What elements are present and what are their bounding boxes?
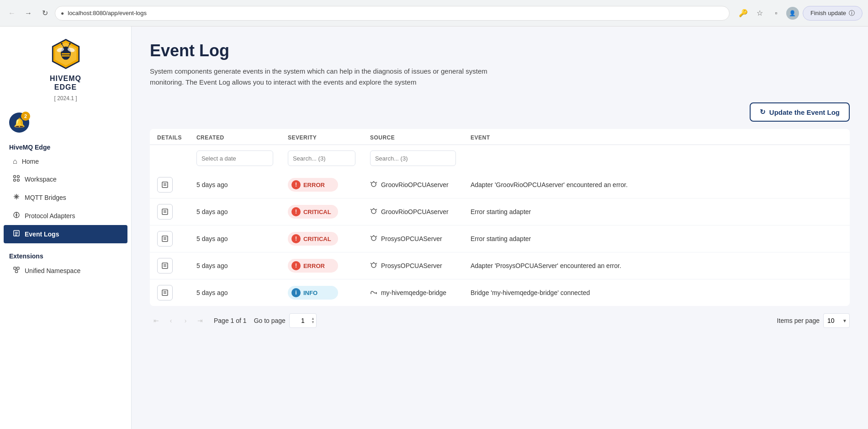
sidebar-item-label-protocol-adapters: Protocol Adapters [25, 212, 75, 220]
notification-area: 🔔 2 [0, 109, 131, 140]
page-input-arrows: ▲ ▼ [311, 317, 315, 324]
reload-button[interactable]: ↻ [38, 7, 51, 20]
details-button[interactable] [157, 258, 173, 273]
svg-rect-26 [16, 270, 18, 273]
svg-point-15 [17, 179, 20, 182]
adapter-icon [370, 181, 377, 189]
svg-point-30 [371, 182, 376, 187]
back-button[interactable]: ← [5, 7, 18, 20]
svg-rect-6 [62, 53, 70, 54]
user-avatar[interactable]: 👤 [786, 7, 799, 20]
svg-point-11 [69, 43, 71, 45]
sidebar-item-unified-namespace[interactable]: Unified Namespace [4, 262, 127, 280]
details-button[interactable] [157, 177, 173, 193]
sidebar-item-label-unified-namespace: Unified Namespace [25, 267, 80, 274]
svg-point-12 [14, 176, 16, 178]
svg-rect-7 [62, 55, 70, 57]
logo-version: [ 2024.1 ] [54, 95, 77, 102]
first-page-button[interactable]: ⇤ [150, 314, 163, 327]
page-down-arrow[interactable]: ▼ [311, 321, 315, 324]
items-per-page-wrapper: 10 25 50 100 [823, 313, 850, 328]
source-name: GroovRioOPCUAserver [381, 208, 449, 215]
update-label: Update the Event Log [769, 108, 840, 116]
bridge-icon [370, 289, 377, 297]
source-name: ProsysOPCUAServer [381, 235, 442, 242]
sidebar-item-event-logs[interactable]: Event Logs [4, 225, 127, 243]
cell-created: 5 days ago [189, 279, 281, 306]
svg-rect-24 [14, 267, 16, 269]
error-icon: ! [291, 261, 301, 270]
password-icon[interactable]: 🔑 [737, 7, 750, 20]
svg-line-46 [376, 236, 377, 237]
details-button[interactable] [157, 204, 173, 220]
svg-point-17 [16, 214, 17, 216]
source-name: my-hivemqedge-bridge [381, 289, 446, 296]
cell-event: Error starting adapter [463, 198, 850, 225]
browser-chrome: ← → ↻ ● localhost:8080/app/event-logs 🔑 … [0, 0, 868, 27]
next-page-button[interactable]: › [179, 314, 192, 327]
sidebar-item-workspace[interactable]: Workspace [4, 170, 127, 188]
finish-update-button[interactable]: Finish update ⓘ [803, 6, 863, 21]
cell-created: 5 days ago [189, 225, 281, 252]
source-name: GroovRioOPCUAserver [381, 181, 449, 188]
update-event-log-button[interactable]: ↻ Update the Event Log [750, 102, 850, 122]
event-table: DETAILS CREATED SEVERITY SOURCE EVENT [150, 129, 850, 306]
sidebar-item-label-event-logs: Event Logs [25, 231, 59, 238]
table-row: 5 days agoiINFO my-hivemqedge-bridgeBrid… [150, 279, 850, 306]
sidebar: HIVEMQEDGE [ 2024.1 ] 🔔 2 HiveMQ Edge ⌂ … [0, 27, 132, 429]
cell-severity: iINFO [281, 279, 363, 306]
sidebar-item-home[interactable]: ⌂ Home [4, 153, 127, 170]
prev-page-button[interactable]: ‹ [164, 314, 177, 327]
browser-actions: 🔑 ☆ ▫ 👤 Finish update ⓘ [737, 6, 863, 21]
svg-rect-55 [162, 290, 168, 295]
last-page-button[interactable]: ⇥ [194, 314, 206, 327]
update-icon: ↻ [760, 108, 766, 116]
table-row: 5 days ago!CRITICAL ProsysOPCUAServerErr… [150, 225, 850, 252]
svg-point-44 [371, 236, 376, 241]
notification-bell[interactable]: 🔔 2 [9, 113, 29, 133]
home-icon: ⌂ [13, 157, 17, 166]
protocol-adapters-icon [13, 211, 20, 220]
col-source: SOURCE [363, 129, 463, 145]
error-icon: ! [291, 180, 301, 189]
details-button[interactable] [157, 285, 173, 300]
forward-button[interactable]: → [22, 7, 35, 20]
extensions-icon[interactable]: ▫ [770, 7, 783, 20]
cell-created: 5 days ago [189, 172, 281, 198]
info-icon: i [291, 288, 301, 297]
col-severity: SEVERITY [281, 129, 363, 145]
sidebar-item-label-mqtt-bridges: MQTT Bridges [25, 194, 66, 201]
sidebar-item-protocol-adapters[interactable]: Protocol Adapters [4, 207, 127, 225]
sidebar-item-mqtt-bridges[interactable]: MQTT Bridges [4, 188, 127, 207]
cell-event: Error starting adapter [463, 225, 850, 252]
cell-source: my-hivemqedge-bridge [363, 279, 463, 306]
source-filter[interactable] [370, 150, 456, 166]
svg-point-51 [371, 263, 376, 268]
svg-point-37 [371, 209, 376, 214]
main-content: Event Log System components generate eve… [132, 27, 868, 429]
adapter-icon [370, 235, 377, 243]
table-row: 5 days ago!CRITICAL GroovRioOPCUAserverE… [150, 198, 850, 225]
cell-source: GroovRioOPCUAserver [363, 172, 463, 198]
details-button[interactable] [157, 231, 173, 247]
bookmark-icon[interactable]: ☆ [753, 7, 766, 20]
page-title: Event Log [150, 41, 850, 60]
notification-badge: 2 [21, 112, 30, 121]
pagination-row: ⇤ ‹ › ⇥ Page 1 of 1 Go to page ▲ ▼ [150, 306, 850, 335]
sidebar-section-extensions: Extensions [0, 249, 131, 262]
address-bar[interactable]: ● localhost:8080/app/event-logs [55, 6, 730, 21]
sidebar-item-label-workspace: Workspace [25, 176, 57, 183]
col-event: EVENT [463, 129, 850, 145]
items-per-page-select[interactable]: 10 25 50 100 [823, 313, 850, 328]
severity-label: ERROR [303, 263, 325, 269]
created-filter[interactable] [196, 150, 273, 166]
cell-severity: !ERROR [281, 252, 363, 279]
svg-line-32 [376, 182, 377, 183]
col-details: DETAILS [150, 129, 189, 145]
event-logs-icon [13, 230, 20, 239]
col-created: CREATED [189, 129, 281, 145]
cell-severity: !CRITICAL [281, 225, 363, 252]
cell-source: ProsysOPCUAServer [363, 225, 463, 252]
cell-severity: !CRITICAL [281, 198, 363, 225]
severity-filter[interactable] [288, 150, 355, 166]
